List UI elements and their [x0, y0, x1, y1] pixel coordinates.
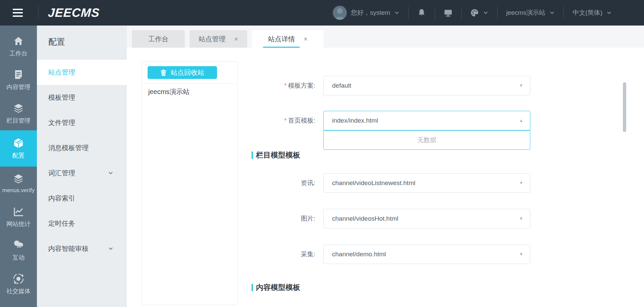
chevron-down-icon: [108, 246, 113, 251]
section-accent-bar: [252, 151, 253, 159]
language-label: 中文(简体): [573, 8, 602, 17]
site-switcher-label: jeecms演示站: [506, 8, 545, 17]
chevron-down-icon: [549, 10, 555, 15]
site-switcher[interactable]: jeecms演示站: [497, 0, 564, 26]
required-marker: *: [284, 117, 286, 124]
bell-icon: [417, 8, 426, 17]
tab-bar: 工作台 站点管理 × 站点详情 ×: [127, 26, 644, 48]
display-button[interactable]: [435, 0, 461, 26]
caret-up-icon: ▲: [519, 111, 523, 130]
caret-down-icon: ▼: [519, 209, 523, 228]
main-area: 工作台 站点管理 × 站点详情 × 站点回收站 jeecms演示站 *模板方案:…: [127, 26, 644, 307]
sidebar-item-social[interactable]: 社交媒体: [0, 267, 37, 301]
submenu-title: 配置: [37, 26, 127, 47]
field-label: 图片:: [127, 209, 315, 228]
submenu-item-message-template[interactable]: 消息模板管理: [37, 135, 127, 161]
secondary-sidebar: 配置 站点管理 模板管理 文件管理 消息模板管理 词汇管理 内容索引 定时任务 …: [37, 26, 127, 307]
close-icon[interactable]: ×: [234, 35, 238, 43]
chevron-down-icon: [394, 10, 399, 15]
theme-menu[interactable]: [462, 0, 497, 26]
section-content-model-templates: 内容模型模板: [252, 283, 300, 292]
sidebar-item-interaction[interactable]: 互动: [0, 234, 37, 267]
select-dropdown-empty: 无数据: [323, 130, 530, 150]
primary-sidebar: 工作台 内容管理 栏目管理 配置 menus.verify 网站统计 互动 社交…: [0, 26, 37, 307]
layers-icon: [13, 173, 24, 184]
palette-icon: [470, 8, 479, 17]
sidebar-item-config[interactable]: 配置: [0, 130, 37, 167]
field-label: *模板方案:: [127, 76, 315, 95]
submenu-item-ai-review[interactable]: 内容智能审核: [37, 236, 127, 261]
tab-site-management[interactable]: 站点管理 ×: [190, 30, 247, 48]
field-label: 资讯:: [127, 173, 315, 193]
field-label: 采集:: [127, 245, 315, 264]
app-logo: JEECMS: [48, 6, 100, 20]
monitor-icon: [444, 8, 452, 17]
document-icon: [13, 69, 24, 80]
submenu-item-template-management[interactable]: 模板管理: [37, 85, 127, 110]
news-template-select[interactable]: channel/videoListnewest.html ▼: [323, 173, 530, 193]
section-accent-bar: [252, 284, 253, 291]
submenu-item-site-management[interactable]: 站点管理: [37, 60, 127, 85]
caret-down-icon: ▼: [519, 174, 523, 192]
chat-icon: [13, 240, 24, 251]
caret-down-icon: ▼: [519, 245, 523, 264]
close-icon[interactable]: ×: [304, 35, 308, 43]
layers-icon: [13, 103, 24, 114]
caret-down-icon: ▼: [519, 76, 523, 95]
language-switcher[interactable]: 中文(简体): [564, 0, 621, 26]
submenu-item-scheduled-tasks[interactable]: 定时任务: [37, 211, 127, 236]
content-area: 站点回收站 jeecms演示站 *模板方案: default ▼ *首页模板: …: [127, 48, 644, 307]
scrollbar-thumb[interactable]: [623, 82, 626, 132]
form-row-collect: 采集: channel/demo.html ▼: [127, 245, 563, 264]
sidebar-item-workbench[interactable]: 工作台: [0, 30, 37, 63]
sidebar-item-statistics[interactable]: 网站统计: [0, 200, 37, 234]
home-icon: [13, 36, 24, 46]
form-row-news: 资讯: channel/videoListnewest.html ▼: [127, 173, 563, 193]
form-row-home-template: *首页模板: index/index.html ▲: [127, 111, 563, 130]
user-greeting: 您好，system: [351, 8, 390, 17]
trash-icon: [160, 69, 167, 76]
submenu-item-content-index[interactable]: 内容索引: [37, 186, 127, 211]
cube-icon: [13, 138, 24, 148]
sidebar-item-content[interactable]: 内容管理: [0, 63, 37, 97]
chevron-down-icon: [483, 10, 488, 15]
chevron-down-icon: [606, 10, 612, 15]
form-row-template-scheme: *模板方案: default ▼: [127, 76, 563, 95]
notifications-button[interactable]: [409, 0, 435, 26]
sidebar-item-menus-verify[interactable]: menus.verify: [0, 167, 37, 200]
home-template-select[interactable]: index/index.html ▲: [323, 111, 530, 130]
chart-icon: [13, 206, 24, 217]
form-row-image: 图片: channel/videosHot.html ▼: [127, 209, 563, 228]
tab-site-detail[interactable]: 站点详情 ×: [252, 30, 324, 48]
tab-workbench[interactable]: 工作台: [132, 30, 185, 48]
chevron-down-icon: [108, 170, 113, 176]
sidebar-item-channels[interactable]: 栏目管理: [0, 97, 37, 130]
image-template-select[interactable]: channel/videosHot.html ▼: [323, 209, 530, 228]
submenu-item-file-management[interactable]: 文件管理: [37, 110, 127, 135]
section-channel-model-templates: 栏目模型模板: [252, 150, 300, 160]
divider: [38, 6, 39, 19]
user-menu[interactable]: 您好，system: [324, 0, 408, 26]
submenu-item-vocabulary[interactable]: 词汇管理: [37, 161, 127, 186]
required-marker: *: [284, 82, 286, 89]
field-label: *首页模板:: [127, 111, 315, 130]
avatar: [333, 6, 347, 20]
topbar: JEECMS 您好，system jeecms演示站 中文(简体): [0, 0, 644, 26]
hamburger-menu-icon[interactable]: [13, 6, 29, 19]
collect-template-select[interactable]: channel/demo.html ▼: [323, 245, 530, 264]
social-icon: [13, 273, 24, 284]
template-scheme-select[interactable]: default ▼: [323, 76, 530, 95]
